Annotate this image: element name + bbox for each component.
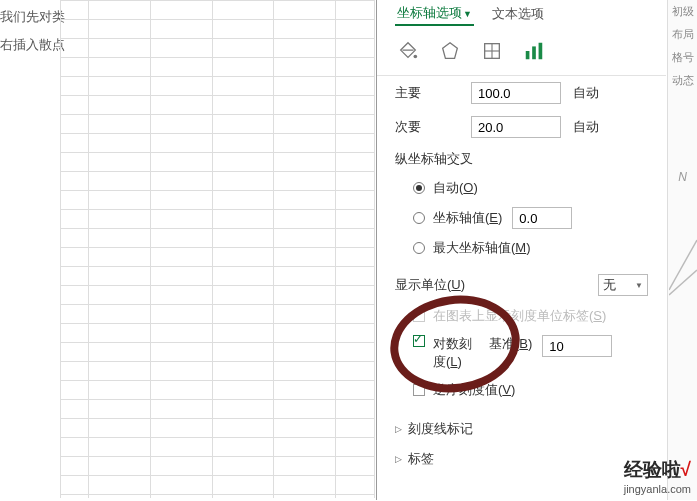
radio-icon (413, 242, 425, 254)
major-unit-auto[interactable]: 自动 (573, 84, 599, 102)
minor-unit-input[interactable] (471, 116, 561, 138)
minor-unit-auto[interactable]: 自动 (573, 118, 599, 136)
cross-value-radio[interactable]: 坐标轴值(E) (377, 202, 666, 234)
tri-right-icon: ▷ (395, 424, 402, 434)
axis-cross-section: 纵坐标轴交叉 (377, 144, 666, 174)
chart-lines-icon (669, 200, 697, 300)
fill-icon[interactable] (397, 40, 419, 65)
right-n: N (668, 170, 697, 184)
panel-icon-row (377, 32, 666, 76)
log-base-label: 基准(B) (489, 335, 532, 353)
svg-marker-1 (443, 43, 458, 59)
svg-point-0 (414, 55, 418, 59)
minor-unit-label: 次要 (395, 118, 471, 136)
sub-tickmarks[interactable]: ▷刻度线标记 (377, 414, 666, 444)
cross-max-radio[interactable]: 最大坐标轴值(M) (377, 234, 666, 262)
svg-rect-5 (526, 51, 530, 59)
cross-value-input[interactable] (512, 207, 572, 229)
check-icon: √ (681, 459, 691, 480)
reverse-label: 逆序刻度值(V) (433, 381, 515, 399)
spreadsheet-grid[interactable] (60, 0, 375, 498)
size-props-icon[interactable] (481, 40, 503, 65)
display-units-label: 显示单位(U) (395, 276, 588, 294)
svg-rect-7 (539, 43, 543, 60)
panel-content[interactable]: 主要 自动 次要 自动 纵坐标轴交叉 自动(O) 坐标轴值(E) 最大坐标轴值(… (377, 76, 666, 474)
major-unit-label: 主要 (395, 84, 471, 102)
radio-icon (413, 212, 425, 224)
tab-axis-options[interactable]: 坐标轴选项▼ (395, 2, 474, 26)
chevron-down-icon: ▼ (635, 281, 643, 290)
cross-auto-radio[interactable]: 自动(O) (377, 174, 666, 202)
right-label: 布局 (668, 23, 697, 46)
radio-icon (413, 182, 425, 194)
panel-tabs: 坐标轴选项▼ 文本选项 (377, 0, 666, 32)
right-label: 动态 (668, 69, 697, 92)
right-label: 初级 (668, 0, 697, 23)
svg-rect-6 (532, 46, 536, 59)
chart-icon[interactable] (523, 40, 545, 65)
format-axis-panel: 坐标轴选项▼ 文本选项 主要 自动 次要 自动 纵坐标轴交叉 自动( (376, 0, 666, 500)
log-scale-label: 对数刻度(L) (433, 335, 477, 371)
tri-right-icon: ▷ (395, 454, 402, 464)
tab-text-options[interactable]: 文本选项 (490, 3, 546, 25)
major-unit-input[interactable] (471, 82, 561, 104)
right-sidebar: 初级 布局 格号 动态 N (667, 0, 697, 500)
reverse-checkbox[interactable] (413, 384, 425, 396)
show-scale-labels-checkbox (413, 310, 425, 322)
watermark: 经验啦√ jingyanla.com (624, 457, 691, 495)
display-units-select[interactable]: 无 ▼ (598, 274, 648, 296)
show-scale-labels-label: 在图表上显示刻度单位标签(S) (433, 307, 606, 325)
page-intro-text: 我们先对类 右插入散点 (0, 8, 65, 64)
log-scale-checkbox[interactable] (413, 335, 425, 347)
log-base-input[interactable] (542, 335, 612, 357)
effects-icon[interactable] (439, 40, 461, 65)
right-label: 格号 (668, 46, 697, 69)
